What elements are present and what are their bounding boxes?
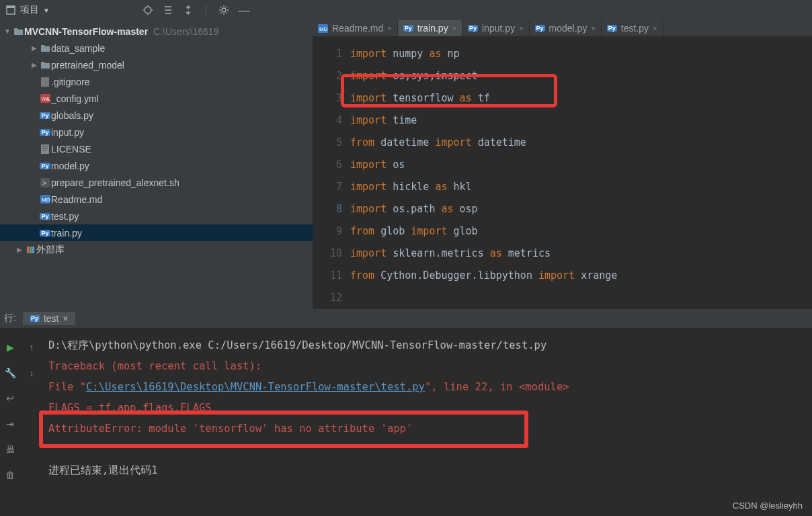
tree-item-pretrained-model[interactable]: ▶pretrained_model <box>0 56 313 73</box>
console-exit: 进程已结束,退出代码1 <box>48 460 807 481</box>
tab-test-py[interactable]: Pytest.py× <box>602 20 663 36</box>
code-line-6: import os <box>350 154 812 176</box>
step-icon[interactable]: ⇥ <box>6 419 14 429</box>
svg-rect-19 <box>27 247 29 253</box>
gear-icon[interactable] <box>218 5 229 15</box>
code-line-2: import os,sys,inspect <box>350 65 812 87</box>
run-tool-header: 行: Py test × <box>0 309 812 328</box>
tree-external-libs[interactable]: ▶外部库 <box>0 241 313 258</box>
svg-text:MD: MD <box>42 197 50 203</box>
svg-point-2 <box>145 7 151 13</box>
tab-model-py[interactable]: Pymodel.py× <box>530 20 602 36</box>
run-panel: ▶ 🔧 ↩ ⇥ 🖶 🗑 ↑ ↓ D:\程序\python\python.exe … <box>0 309 812 516</box>
close-icon[interactable]: × <box>452 24 456 32</box>
target-icon[interactable] <box>143 5 153 15</box>
code-line-5: from datetime import datetime <box>350 132 812 154</box>
code-line-9: from glob import glob <box>350 220 812 243</box>
hide-icon[interactable]: — <box>239 5 249 15</box>
tree-item-license[interactable]: LICENSE <box>0 140 313 157</box>
svg-rect-20 <box>30 247 32 253</box>
close-icon[interactable]: × <box>591 24 595 32</box>
code-line-4: import time <box>350 110 812 132</box>
close-icon[interactable]: × <box>63 313 68 324</box>
tab-train-py[interactable]: Pytrain.py× <box>398 20 462 36</box>
expand-icon[interactable] <box>183 5 194 15</box>
chevron-down-icon: ▼ <box>43 7 50 14</box>
python-icon: Py <box>30 315 40 322</box>
run-actions-col: ▶ 🔧 ↩ ⇥ 🖶 🗑 <box>0 329 20 516</box>
tree-item-model-py[interactable]: Pymodel.py <box>0 157 313 174</box>
svg-text:YML: YML <box>41 97 50 101</box>
toolbar-top: 项目 ▼ — <box>0 0 812 20</box>
code-line-12 <box>350 287 812 309</box>
tree-item-train-py[interactable]: Pytrain.py <box>0 224 313 241</box>
project-label: 项目 <box>20 4 39 16</box>
arrow-down-icon[interactable]: ↓ <box>30 368 34 378</box>
svg-rect-12 <box>42 146 48 147</box>
arrow-up-icon[interactable]: ↑ <box>30 342 34 353</box>
svg-text:MD: MD <box>319 26 328 32</box>
tree-item--config-yml[interactable]: YML_config.yml <box>0 90 313 107</box>
svg-rect-8 <box>41 77 49 87</box>
tree-root[interactable]: ▼MVCNN-TensorFlow-masterC:\Users\16619 <box>0 23 313 40</box>
window-icon <box>5 5 16 15</box>
trash-icon[interactable]: 🗑 <box>5 470 15 480</box>
svg-rect-1 <box>7 6 15 8</box>
code-line-3: import tensorflow as tf <box>350 87 812 110</box>
editor-tabs: MDReadme.md×Pytrain.py×Pyinput.py×Pymode… <box>313 20 812 36</box>
code-line-1: import numpy as np <box>350 43 812 65</box>
run-label: 行: <box>4 312 16 325</box>
console-output[interactable]: D:\程序\python\python.exe C:/Users/16619/D… <box>43 329 812 516</box>
tree-item-data-sample[interactable]: ▶data_sample <box>0 40 313 56</box>
tree-item--gitignore[interactable]: .gitignore <box>0 73 313 90</box>
run-tab-test[interactable]: Py test × <box>23 312 75 325</box>
return-icon[interactable]: ↩ <box>6 393 14 404</box>
tree-item-prepare-pretrained-alexnet-sh[interactable]: >prepare_pretrained_alexnet.sh <box>0 174 313 191</box>
print-icon[interactable]: 🖶 <box>5 444 15 455</box>
code-line-10: import sklearn.metrics as metrics <box>350 243 812 265</box>
project-dropdown[interactable]: 项目 ▼ <box>5 4 50 16</box>
run-tab-name: test <box>44 313 59 324</box>
tree-item-test-py[interactable]: Pytest.py <box>0 208 313 224</box>
console-cmd: D:\程序\python\python.exe C:/Users/16619/D… <box>48 335 807 356</box>
svg-point-7 <box>222 8 226 12</box>
tree-item-input-py[interactable]: Pyinput.py <box>0 124 313 140</box>
close-icon[interactable]: × <box>387 24 391 32</box>
tree-item-globals-py[interactable]: Pyglobals.py <box>0 107 313 124</box>
tree-item-readme-md[interactable]: MDReadme.md <box>0 191 313 208</box>
traceback-file-link[interactable]: C:\Users\16619\Desktop\MVCNN-TensorFlow-… <box>86 381 425 393</box>
tab-input-py[interactable]: Pyinput.py× <box>462 20 530 36</box>
tab-Readme-md[interactable]: MDReadme.md× <box>313 20 398 36</box>
close-icon[interactable]: × <box>519 24 523 32</box>
console-traceback: Traceback (most recent call last): <box>48 360 261 372</box>
collapse-icon[interactable] <box>163 5 173 15</box>
rerun-icon[interactable]: ▶ <box>7 342 14 353</box>
close-icon[interactable]: × <box>653 24 657 32</box>
svg-rect-21 <box>32 247 34 253</box>
code-line-11: from Cython.Debugger.libpython import xr… <box>350 265 812 287</box>
highlight-attribute-error <box>39 411 528 448</box>
project-tree[interactable]: ▼MVCNN-TensorFlow-masterC:\Users\16619▶d… <box>0 20 313 309</box>
code-line-7: import hickle as hkl <box>350 176 812 198</box>
svg-rect-14 <box>42 150 46 151</box>
code-line-8: import os.path as osp <box>350 198 812 220</box>
line-gutter: 123456789101112 <box>313 36 350 309</box>
wrench-icon[interactable]: 🔧 <box>5 368 16 378</box>
code-editor[interactable]: import numpy as npimport os,sys,inspecti… <box>350 36 812 309</box>
svg-rect-13 <box>42 148 48 149</box>
watermark: CSDN @leslieyhh <box>733 501 803 511</box>
svg-text:>: > <box>42 179 46 187</box>
